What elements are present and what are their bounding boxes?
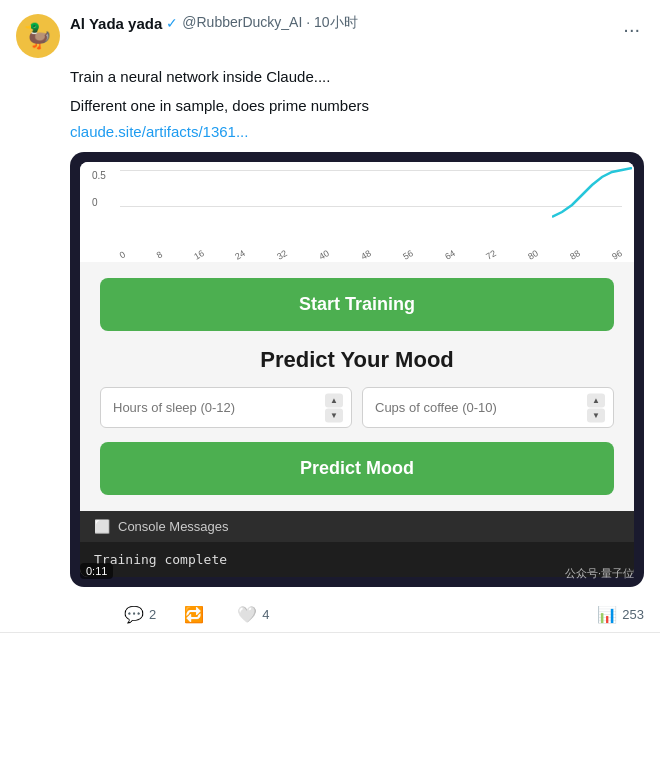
x-label-32: 32 — [275, 248, 289, 262]
sleep-input[interactable] — [101, 388, 351, 427]
action-bar: 💬 2 🔁 🤍 4 📊 253 — [124, 599, 644, 632]
coffee-input-wrapper: ▲ ▼ — [362, 387, 614, 428]
sleep-input-wrapper: ▲ ▼ — [100, 387, 352, 428]
verified-badge: ✓ — [166, 15, 178, 31]
chart-y-labels: 0.5 0 — [92, 170, 106, 208]
x-label-64: 64 — [443, 248, 457, 262]
predict-title: Predict Your Mood — [100, 347, 614, 373]
coffee-input[interactable] — [363, 388, 613, 427]
tweet-body: Train a neural network inside Claude....… — [70, 66, 644, 632]
coffee-spinner-down[interactable]: ▼ — [587, 408, 605, 422]
reply-action[interactable]: 💬 2 — [124, 605, 156, 624]
display-name: Al Yada yada — [70, 15, 162, 32]
grid-line-mid — [120, 206, 622, 207]
start-training-button[interactable]: Start Training — [100, 278, 614, 331]
video-timestamp: 0:11 — [80, 563, 113, 579]
x-label-24: 24 — [234, 248, 248, 262]
chart-svg — [552, 167, 632, 222]
stats-count: 253 — [622, 607, 644, 622]
tweet-text-line2: Different one in sample, does prime numb… — [70, 95, 644, 118]
console-output: Training complete — [80, 542, 634, 577]
stats-action[interactable]: 📊 253 — [597, 605, 644, 624]
x-label-8: 8 — [155, 249, 164, 260]
x-label-96: 96 — [610, 248, 624, 262]
handle-time: @RubberDucky_AI · 10小时 — [182, 14, 357, 32]
x-label-72: 72 — [485, 248, 499, 262]
app-content: Start Training Predict Your Mood ▲ ▼ — [80, 262, 634, 511]
avatar: 🦆 — [16, 14, 60, 58]
console-bar: ⬜ Console Messages — [80, 511, 634, 542]
x-label-16: 16 — [192, 248, 206, 262]
tweet-card: 🦆 Al Yada yada ✓ @RubberDucky_AI · 10小时 … — [0, 0, 660, 633]
retweet-icon: 🔁 — [184, 605, 204, 624]
stats-icon: 📊 — [597, 605, 617, 624]
chart-x-labels: 0 8 16 24 32 40 48 56 64 72 80 88 96 — [120, 250, 622, 260]
coffee-spinner[interactable]: ▲ ▼ — [587, 393, 605, 422]
tweet-header: 🦆 Al Yada yada ✓ @RubberDucky_AI · 10小时 … — [16, 14, 644, 58]
chart-y-label-0: 0 — [92, 197, 106, 208]
chart-y-label-05: 0.5 — [92, 170, 106, 181]
x-label-40: 40 — [317, 248, 331, 262]
coffee-spinner-up[interactable]: ▲ — [587, 393, 605, 407]
inputs-row: ▲ ▼ ▲ ▼ — [100, 387, 614, 428]
reply-count: 2 — [149, 607, 156, 622]
like-icon: 🤍 — [237, 605, 257, 624]
x-label-80: 80 — [526, 248, 540, 262]
user-info: Al Yada yada ✓ @RubberDucky_AI · 10小时 — [70, 14, 609, 32]
grid-line-top — [120, 170, 622, 171]
console-label: Console Messages — [118, 519, 229, 534]
chart-grid — [120, 170, 622, 242]
x-label-0: 0 — [118, 249, 127, 260]
console-icon: ⬜ — [94, 519, 110, 534]
tweet-text-line1: Train a neural network inside Claude.... — [70, 66, 644, 89]
tweet-link[interactable]: claude.site/artifacts/1361... — [70, 123, 644, 140]
sleep-spinner[interactable]: ▲ ▼ — [325, 393, 343, 422]
media-inner: 0.5 0 0 8 16 24 — [80, 162, 634, 577]
predict-mood-button[interactable]: Predict Mood — [100, 442, 614, 495]
console-output-text: Training complete — [94, 552, 227, 567]
reply-icon: 💬 — [124, 605, 144, 624]
like-action[interactable]: 🤍 4 — [237, 605, 269, 624]
user-name-row: Al Yada yada ✓ @RubberDucky_AI · 10小时 — [70, 14, 609, 32]
x-label-56: 56 — [401, 248, 415, 262]
x-label-88: 88 — [568, 248, 582, 262]
watermark: 公众号·量子位 — [565, 566, 634, 581]
sleep-spinner-up[interactable]: ▲ — [325, 393, 343, 407]
chart-area: 0.5 0 0 8 16 24 — [80, 162, 634, 262]
x-label-48: 48 — [359, 248, 373, 262]
more-icon[interactable]: ··· — [619, 14, 644, 45]
media-card: 0.5 0 0 8 16 24 — [70, 152, 644, 587]
sleep-spinner-down[interactable]: ▼ — [325, 408, 343, 422]
like-count: 4 — [262, 607, 269, 622]
retweet-action[interactable]: 🔁 — [184, 605, 209, 624]
